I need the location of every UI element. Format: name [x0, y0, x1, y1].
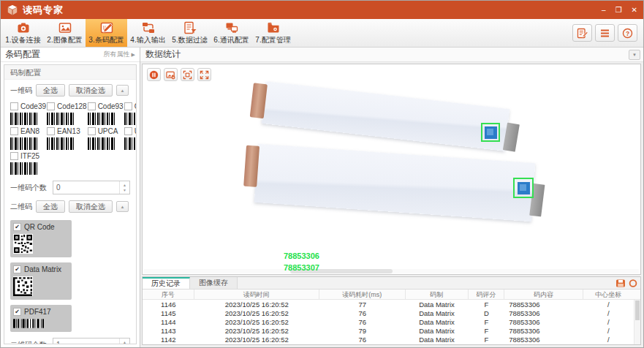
workpiece-bottom: [254, 144, 536, 222]
column-header[interactable]: 中心坐标: [583, 290, 634, 300]
help-button[interactable]: ?: [618, 24, 637, 42]
barcode-sample-image: [10, 137, 38, 150]
barcode-type-label: UPCA: [98, 127, 118, 135]
chevron-down-icon: ▼: [632, 53, 637, 57]
one-d-codes-grid: Code39Code128Code93CodaBarEAN8EAN13UPCAU…: [4, 99, 136, 175]
checkbox[interactable]: [47, 127, 55, 135]
two-d-select-all-button[interactable]: 全选: [36, 200, 65, 213]
barcode-tile-Data Matrix: ✔Data Matrix: [10, 262, 72, 300]
pause-button[interactable]: [147, 68, 161, 81]
expand-icon: [200, 70, 209, 80]
barcode-type-UPCE: UPCE: [124, 127, 137, 150]
checkbox[interactable]: [47, 102, 55, 110]
stepper-arrows-icon[interactable]: ▲▼: [119, 338, 129, 344]
two-d-collapse-button[interactable]: ▲: [116, 201, 129, 212]
barcode-config-panel: 条码配置 所有属性 ▶ 码制配置 一维码 全选 取消全选 ▲ Code39Cod…: [1, 48, 140, 347]
checkbox[interactable]: [10, 152, 18, 160]
toolbar-tab-label: 7.配置管理: [255, 35, 290, 45]
table-cell: /: [583, 344, 634, 345]
codes-config-box: 码制配置 一维码 全选 取消全选 ▲ Code39Code128Code93Co…: [4, 64, 137, 344]
barcode-type-Code39: Code39: [10, 102, 46, 125]
toolbar-tab-6.通讯配置[interactable]: 6.通讯配置: [211, 19, 252, 47]
two-d-count-input[interactable]: [53, 338, 119, 344]
column-header[interactable]: 读码耗时(ms): [319, 290, 406, 300]
table-cell: 1143: [143, 327, 194, 335]
barcode-type-label: EAN13: [57, 127, 80, 135]
barcode-sample-image: [88, 113, 115, 125]
minimize-button[interactable]: –: [602, 7, 606, 14]
one-d-deselect-all-button[interactable]: 取消全选: [69, 84, 113, 97]
toolbar-tab-7.配置管理[interactable]: 7.配置管理: [252, 19, 294, 47]
horizontal-scrollbar[interactable]: [144, 269, 639, 273]
vertical-scrollbar[interactable]: [634, 300, 640, 344]
stepper-arrows-icon[interactable]: ▲▼: [119, 181, 129, 194]
toolbar-tab-5.数据过滤[interactable]: 5.数据过滤: [169, 19, 211, 47]
table-cell: 78853306: [504, 344, 583, 345]
barcode-sample-image: [10, 113, 38, 125]
column-header[interactable]: 序号: [143, 290, 194, 300]
table-cell: /: [583, 300, 634, 309]
table-cell: Data Matrix: [406, 300, 469, 309]
refresh-icon[interactable]: [628, 279, 638, 288]
toolbar-tab-3.条码配置[interactable]: 3.条码配置: [86, 19, 127, 47]
column-header[interactable]: 读码时间: [194, 290, 319, 300]
expand-button[interactable]: [197, 68, 211, 81]
checkbox[interactable]: [10, 127, 18, 135]
list-icon: [599, 28, 610, 39]
column-header[interactable]: 码制: [406, 290, 469, 300]
column-header[interactable]: 码内容: [504, 290, 583, 300]
table-cell: 76: [319, 309, 406, 317]
toolbar-tab-2.图像配置[interactable]: 2.图像配置: [44, 19, 86, 47]
toolbar-tab-1.设备连接[interactable]: 1.设备连接: [2, 19, 44, 47]
image-icon: [58, 21, 72, 34]
close-button[interactable]: ✕: [632, 7, 637, 14]
list-button[interactable]: [595, 24, 615, 42]
datamatrix-code: [485, 126, 497, 139]
table-cell: 76: [319, 318, 406, 326]
bottom-tab-历史记录[interactable]: 历史记录: [143, 277, 190, 289]
table-cell: 1144: [143, 318, 194, 326]
checkbox[interactable]: ✔: [13, 308, 21, 316]
checkbox[interactable]: [88, 102, 96, 110]
code-roi-box: [481, 123, 500, 142]
checkbox[interactable]: [10, 102, 18, 110]
bottom-tab-图像缓存[interactable]: 图像缓存: [190, 277, 238, 289]
fit-view-button[interactable]: [181, 68, 194, 81]
one-d-count-input[interactable]: [53, 181, 119, 194]
checkbox[interactable]: [124, 102, 132, 110]
table-row[interactable]: 11432023/10/25 16:20:5279Data MatrixF788…: [143, 326, 640, 335]
two-d-count-label: 二维码个数: [10, 340, 47, 345]
panel-dropdown-button[interactable]: ▼: [629, 50, 640, 60]
table-cell: 2023/10/25 16:20:52: [194, 344, 319, 345]
toolbar-tab-label: 1.设备连接: [5, 35, 40, 45]
report-button[interactable]: [572, 24, 592, 42]
titlebar: 读码专家 – ❐ ✕: [1, 1, 643, 19]
image-save-button[interactable]: [164, 68, 178, 81]
barcode-sample-image: [88, 137, 115, 150]
table-cell: /: [583, 336, 634, 344]
two-d-deselect-all-button[interactable]: 取消全选: [69, 200, 113, 213]
scrollbar-thumb[interactable]: [635, 300, 640, 320]
one-d-count-stepper[interactable]: ▲▼: [53, 181, 130, 194]
save-icon[interactable]: [615, 279, 626, 288]
table-row[interactable]: 11442023/10/25 16:20:5276Data MatrixF788…: [143, 317, 640, 326]
one-d-select-all-button[interactable]: 全选: [36, 84, 65, 97]
table-row[interactable]: 11462023/10/25 16:20:5277Data MatrixF788…: [143, 300, 640, 309]
column-header[interactable]: 码评分: [469, 290, 505, 300]
two-d-count-stepper[interactable]: ▲▼: [53, 338, 130, 344]
checkbox[interactable]: [88, 127, 96, 135]
maximize-button[interactable]: ❐: [615, 7, 622, 14]
table-row[interactable]: 11452023/10/25 16:20:5276Data MatrixD788…: [143, 309, 640, 317]
toolbar-tab-4.输入输出[interactable]: 4.输入输出: [127, 19, 169, 47]
table-row[interactable]: 11412023/10/25 16:20:5276Data MatrixF788…: [143, 344, 640, 344]
table-row[interactable]: 11422023/10/25 16:20:5276Data MatrixF788…: [143, 335, 640, 344]
table-cell: 2023/10/25 16:20:52: [194, 327, 319, 335]
one-d-collapse-button[interactable]: ▲: [116, 85, 129, 96]
table-cell: /: [583, 318, 634, 326]
checkbox[interactable]: [124, 127, 132, 135]
all-properties-link[interactable]: 所有属性 ▶: [104, 50, 135, 59]
checkbox[interactable]: ✔: [13, 265, 21, 273]
toolbar-spacer: [294, 19, 571, 47]
image-save-icon: [166, 70, 175, 80]
checkbox[interactable]: ✔: [13, 223, 21, 231]
